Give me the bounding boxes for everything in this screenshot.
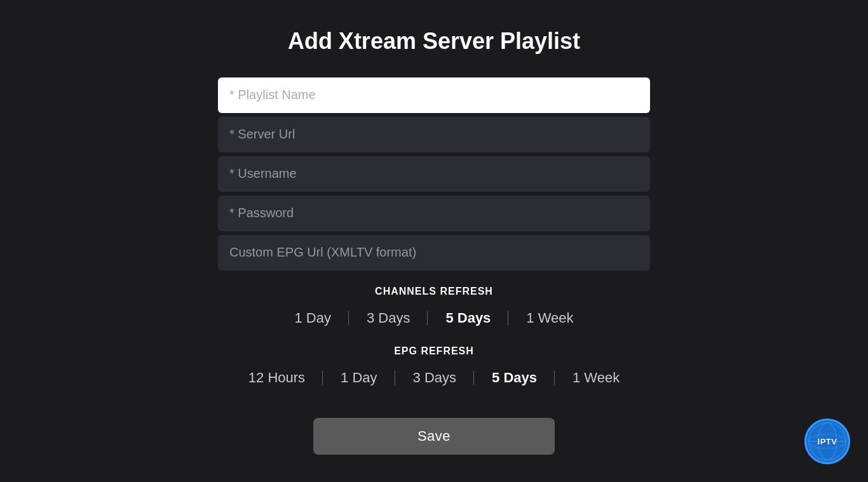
epg-refresh-1week[interactable]: 1 Week (555, 366, 637, 390)
form-section (218, 77, 650, 271)
page-title: Add Xtream Server Playlist (288, 28, 580, 55)
epg-refresh-5days[interactable]: 5 Days (474, 366, 555, 390)
save-button[interactable]: Save (313, 418, 555, 455)
epg-refresh-label: EPG REFRESH (394, 345, 474, 357)
logo-text: IPTV (818, 437, 837, 446)
epg-url-input[interactable] (218, 235, 650, 271)
epg-refresh-12hours[interactable]: 12 Hours (231, 366, 323, 390)
channels-refresh-3days[interactable]: 3 Days (349, 306, 428, 330)
channels-refresh-1week[interactable]: 1 Week (508, 306, 591, 330)
channels-refresh-1day[interactable]: 1 Day (276, 306, 348, 330)
epg-refresh-section: EPG REFRESH 12 Hours 1 Day 3 Days 5 Days… (218, 345, 650, 390)
iptv-logo-badge: IPTV (804, 418, 850, 464)
username-input[interactable] (218, 156, 650, 192)
epg-refresh-1day[interactable]: 1 Day (323, 366, 395, 390)
server-url-input[interactable] (218, 117, 650, 152)
channels-refresh-options: 1 Day 3 Days 5 Days 1 Week (276, 306, 591, 330)
channels-refresh-section: CHANNELS REFRESH 1 Day 3 Days 5 Days 1 W… (218, 286, 650, 330)
playlist-name-input[interactable] (218, 77, 650, 113)
epg-refresh-3days[interactable]: 3 Days (395, 366, 474, 390)
logo-circle: IPTV (804, 418, 850, 464)
password-input[interactable] (218, 196, 650, 231)
channels-refresh-5days[interactable]: 5 Days (428, 306, 508, 330)
main-container: Add Xtream Server Playlist CHANNELS REFR… (218, 28, 650, 455)
channels-refresh-label: CHANNELS REFRESH (375, 286, 493, 297)
save-button-wrapper: Save (313, 418, 555, 455)
epg-refresh-options: 12 Hours 1 Day 3 Days 5 Days 1 Week (231, 366, 637, 390)
